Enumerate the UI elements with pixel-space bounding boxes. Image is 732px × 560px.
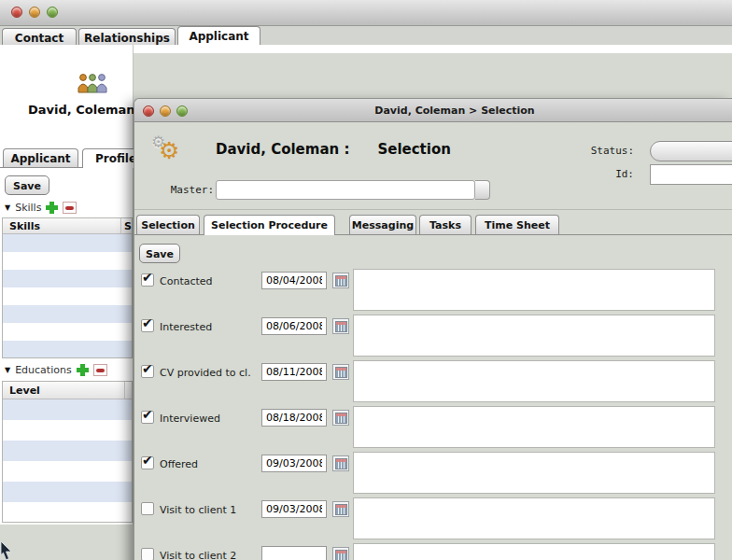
procedure-row: Contacted xyxy=(134,272,732,317)
tab-messaging[interactable]: Messaging xyxy=(349,215,416,234)
procedure-save-button[interactable]: Save xyxy=(139,244,180,263)
education-row[interactable] xyxy=(3,441,132,461)
selection-window-titlebar: David, Coleman > Selection xyxy=(134,99,732,122)
add-skill-icon[interactable] xyxy=(46,202,58,214)
record-heading: David, Coleman :Selection xyxy=(216,141,451,158)
minimize-button[interactable] xyxy=(29,7,40,18)
tab-applicant[interactable]: Applicant xyxy=(177,26,260,45)
educations-section-title: Educations xyxy=(15,364,72,376)
minus-bar xyxy=(96,369,105,372)
close-button[interactable] xyxy=(11,7,22,18)
date-field[interactable] xyxy=(261,455,327,472)
skills-row[interactable] xyxy=(3,323,132,341)
date-field[interactable] xyxy=(261,500,327,518)
skills-row[interactable] xyxy=(3,341,132,358)
date-field[interactable] xyxy=(261,363,327,381)
calendar-button[interactable] xyxy=(332,455,349,471)
education-row[interactable] xyxy=(3,399,132,420)
tab-relationships[interactable]: Relationships xyxy=(78,28,176,45)
calendar-icon xyxy=(335,413,347,424)
add-education-icon[interactable] xyxy=(77,364,89,376)
skills-row[interactable] xyxy=(3,252,132,270)
note-textarea[interactable] xyxy=(353,269,715,311)
date-field[interactable] xyxy=(261,546,327,560)
calendar-button[interactable] xyxy=(332,410,349,426)
header-divider xyxy=(134,209,732,210)
tab-tasks[interactable]: Tasks xyxy=(419,215,472,234)
calendar-button[interactable] xyxy=(332,501,349,517)
interviewed-checkbox[interactable] xyxy=(141,411,154,424)
procedure-row: Offered xyxy=(134,455,732,500)
skills-row[interactable] xyxy=(3,305,132,323)
row-label: Interested xyxy=(160,321,212,333)
skills-table-header: Skills S xyxy=(3,218,132,234)
tab-time-sheet[interactable]: Time Sheet xyxy=(475,215,559,234)
row-label: Contacted xyxy=(160,275,213,287)
note-textarea[interactable] xyxy=(353,452,715,494)
calendar-icon xyxy=(335,550,347,560)
skills-row[interactable] xyxy=(3,234,132,252)
skills-col-header: Skills xyxy=(3,218,121,233)
date-field[interactable] xyxy=(261,272,327,289)
date-field[interactable] xyxy=(261,317,327,335)
procedure-row: Interested xyxy=(134,317,732,363)
interested-checkbox[interactable] xyxy=(141,319,154,332)
collapse-triangle-icon[interactable]: ▼ xyxy=(5,366,10,374)
master-label: Master: xyxy=(142,184,214,196)
gears-icon: ⚙ ⚙ xyxy=(151,133,183,164)
tab-selection[interactable]: Selection xyxy=(136,215,200,234)
selection-window: David, Coleman > Selection ⚙ ⚙ David, Co… xyxy=(134,98,732,560)
collapse-triangle-icon[interactable]: ▼ xyxy=(5,203,10,212)
zoom-button[interactable] xyxy=(47,7,58,18)
procedure-row: CV provided to cl. xyxy=(134,363,732,409)
remove-education-icon[interactable] xyxy=(93,364,107,376)
left-tab-applicant[interactable]: Applicant xyxy=(3,148,78,167)
procedure-row: Visit to client 2 xyxy=(134,546,732,560)
visit-client-1-checkbox[interactable] xyxy=(141,502,154,515)
master-field[interactable] xyxy=(216,180,475,200)
note-textarea[interactable] xyxy=(353,406,715,448)
education-row[interactable] xyxy=(3,502,132,523)
skills-row[interactable] xyxy=(3,270,132,287)
selection-window-title: David, Coleman > Selection xyxy=(134,105,732,117)
skills-row[interactable] xyxy=(3,287,132,305)
id-field[interactable] xyxy=(650,164,732,185)
master-lookup-button[interactable] xyxy=(475,180,490,200)
left-save-button[interactable]: Save xyxy=(5,175,49,195)
date-field[interactable] xyxy=(261,409,327,427)
note-textarea[interactable] xyxy=(353,497,715,539)
note-textarea[interactable] xyxy=(353,315,715,357)
education-row[interactable] xyxy=(3,482,132,502)
skills-section-title: Skills xyxy=(15,202,41,214)
calendar-icon xyxy=(335,504,347,515)
skills-col2-header: S xyxy=(121,218,132,233)
note-textarea[interactable] xyxy=(353,360,715,402)
calendar-button[interactable] xyxy=(332,318,349,334)
visit-client-2-checkbox[interactable] xyxy=(141,548,154,560)
mouse-cursor-icon xyxy=(0,541,13,560)
level-col-header: Level xyxy=(3,382,125,399)
row-label: CV provided to cl. xyxy=(160,367,251,379)
record-heading-name: David, Coleman : xyxy=(216,141,349,158)
contacts-people-icon xyxy=(77,73,108,95)
education-row[interactable] xyxy=(3,420,132,441)
cv-provided-checkbox[interactable] xyxy=(141,365,154,378)
educations-section-header: ▼ Educations xyxy=(5,364,107,376)
status-dropdown[interactable] xyxy=(650,141,732,161)
gear-big-icon: ⚙ xyxy=(159,137,179,164)
contacted-checkbox[interactable] xyxy=(141,273,154,287)
procedure-row: Interviewed xyxy=(134,409,732,455)
tab-selection-procedure[interactable]: Selection Procedure xyxy=(204,215,335,235)
calendar-button[interactable] xyxy=(332,547,349,560)
offered-checkbox[interactable] xyxy=(141,456,154,469)
tab-contact[interactable]: Contact xyxy=(2,28,77,45)
remove-skill-icon[interactable] xyxy=(63,202,77,214)
calendar-button[interactable] xyxy=(332,364,349,380)
row-label: Visit to client 2 xyxy=(160,550,236,560)
note-textarea[interactable] xyxy=(353,543,715,560)
educations-table-header: Level xyxy=(3,382,132,399)
row-label: Visit to client 1 xyxy=(160,504,236,516)
education-row[interactable] xyxy=(3,461,132,482)
educations-table: Level xyxy=(2,381,133,523)
calendar-button[interactable] xyxy=(332,273,349,288)
